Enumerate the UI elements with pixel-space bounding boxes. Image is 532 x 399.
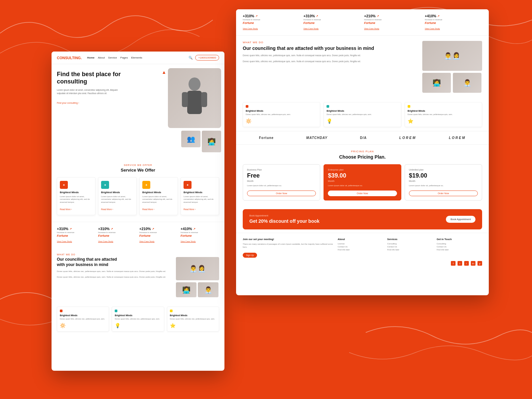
services-section: SERVICE WE OFFER Service We Offer ✦ Brig… (52, 157, 224, 222)
social-twitter[interactable]: t (458, 261, 462, 266)
pricing-price-1: Free (247, 172, 316, 179)
nav-home[interactable]: Home (87, 56, 94, 59)
footer-link-contact-1[interactable]: Consulting (437, 243, 482, 245)
service-icon-1: ✦ (60, 181, 68, 189)
service-card-1: ✦ Brightest Minds Lorem ipsum dolor sit … (57, 177, 95, 215)
nav-about[interactable]: About (98, 56, 105, 59)
nav-logo: CONSULTING. (57, 56, 82, 60)
right-mini-card-desc-3: Donec quam felis, ultricies nec, pellent… (408, 113, 479, 116)
footer-link-services-3[interactable]: Find info later (387, 249, 433, 251)
r-stat-value-3: +210%↗ (364, 14, 422, 18)
social-instagram[interactable]: i (464, 261, 469, 266)
pricing-period-1: Month (247, 180, 316, 182)
footer-col-2-links: License Contact Us Find info later (338, 243, 383, 251)
r-stat-item-3: +210%↗ Increase in revenue Fortune View … (364, 14, 422, 31)
wwd-label: What We Do (57, 253, 219, 256)
service-link-2[interactable]: Read More › (101, 208, 113, 210)
right-wwd-title: Our counciling that are attacted with yo… (243, 45, 417, 51)
stat-value-2: +310%↗ (98, 227, 137, 231)
r-stat-link-3[interactable]: View Case Study (364, 28, 379, 30)
r-stat-link-2[interactable]: View Case Study (304, 28, 319, 30)
svg-rect-3 (201, 92, 207, 107)
search-icon[interactable]: 🔍 (189, 56, 193, 60)
nav-actions: 🔍 +18001009800 (189, 55, 219, 61)
social-facebook[interactable]: f (451, 261, 456, 266)
footer-col-2: About License Contact Us Find info later (338, 238, 383, 258)
pricing-order-btn-1[interactable]: Order Now (247, 191, 316, 196)
footer-link-services-2[interactable]: Contact Us (387, 246, 433, 248)
right-mini-card-icon-2: 💡 (327, 118, 332, 124)
stat-link-4[interactable]: View Case Study (181, 240, 196, 242)
hero-cta-link[interactable]: Find your consulting › (57, 102, 79, 104)
pricing-price-2: $39.00 (328, 172, 397, 179)
service-icon-3: ✦ (142, 181, 150, 189)
services-title: Service We Offer (57, 168, 219, 173)
stat-link-1[interactable]: View Case Study (57, 240, 72, 242)
brand-matchday: MATCHDAY (306, 136, 328, 140)
r-stat-label-4: Increase in revenue (425, 19, 482, 21)
hero-small-images: 👥 👩‍💻 (181, 131, 221, 152)
social-youtube[interactable]: y (477, 261, 482, 266)
hero-text-block: Find the best place for consulting Lorem… (57, 71, 123, 105)
stat-item-3: +210%↗ Increase in revenue Fortune View … (139, 227, 178, 243)
mini-card-title-3: Brightest Minds (170, 314, 216, 317)
r-stat-label-1: Increase in revenue (243, 19, 300, 21)
service-link-4[interactable]: Read More › (184, 208, 196, 210)
footer-link-about-1[interactable]: License (338, 243, 383, 245)
hero-title: Find the best place for consulting (57, 71, 123, 85)
right-mini-card-title-3: Brightest Minds (408, 110, 479, 112)
service-desc-2: Lorem ipsum dolor sit amet, consectetur … (101, 195, 134, 203)
mini-card-icon-3: ⭐ (170, 323, 176, 328)
phone-button[interactable]: +18001009800 (195, 55, 219, 61)
right-wwd-section: What We Do Our counciling that are attac… (236, 36, 489, 98)
wwd-content: Our counciling that are attacted with yo… (57, 257, 219, 297)
wwd-image-big: 👨‍💼👩‍💼 (176, 257, 219, 280)
r-stat-brand-1: Fortune (243, 21, 300, 25)
pricing-plan-name-1: Business Plan (247, 169, 316, 171)
stat-link-2[interactable]: View Case Study (98, 240, 113, 242)
stat-value-3: +210%↗ (139, 227, 178, 231)
pricing-period-2: Month (328, 180, 397, 182)
service-link-1[interactable]: Read More › (60, 208, 72, 210)
cta-button[interactable]: Book Appointment (446, 216, 475, 223)
stat-link-3[interactable]: View Case Study (139, 240, 155, 242)
pricing-order-btn-3[interactable]: Order Now (409, 191, 478, 196)
footer-link-contact-3[interactable]: Find info later (437, 249, 482, 251)
brands-row: Fortune MATCHDAY D/A LOREM LOREM (236, 131, 489, 145)
footer-col-4-links: Consulting Contact Us Find info later (437, 243, 482, 251)
stat-item-1: +310%↗ Increase in revenue Fortune View … (57, 227, 95, 243)
navbar: CONSULTING. Home About Service Pages Ele… (52, 52, 224, 64)
service-icon-2: ✦ (101, 181, 109, 189)
nav-service[interactable]: Service (108, 56, 117, 59)
r-stat-link-4[interactable]: View Case Study (425, 28, 440, 30)
footer-link-contact-2[interactable]: Contact Us (437, 246, 482, 248)
nav-pages[interactable]: Pages (120, 56, 128, 59)
mini-card-dot-3 (170, 310, 173, 312)
stat-value-4: +410%↗ (181, 227, 219, 231)
social-linkedin[interactable]: in (471, 261, 475, 266)
cta-label: Book Appointment (249, 214, 320, 217)
pricing-order-btn-2[interactable]: Order Now (328, 191, 397, 196)
footer-signup-button[interactable]: Sign Up (243, 253, 257, 258)
footer-bottom: f t i in y (243, 261, 482, 266)
stat-arrow-3: ↗ (152, 227, 154, 230)
stats-section: +310%↗ Increase in revenue Fortune View … (52, 222, 224, 248)
nav-elements[interactable]: Elements (131, 56, 142, 59)
footer-link-about-3[interactable]: Find info later (338, 249, 383, 251)
svg-rect-1 (187, 91, 202, 114)
svg-point-0 (189, 77, 200, 91)
right-mini-card-dot-1 (246, 105, 248, 108)
nav-links: Home About Service Pages Elements (87, 56, 189, 59)
mini-card-desc-3: Donec quam felis, ultricies nec, pellent… (170, 318, 216, 321)
r-stat-label-2: Increase in revenue (304, 19, 361, 21)
footer-link-about-2[interactable]: Contact Us (338, 246, 383, 248)
service-link-3[interactable]: Read More › (142, 208, 154, 210)
r-stat-link-1[interactable]: View Case Study (243, 28, 258, 30)
footer-link-services-1[interactable]: Consulting (387, 243, 433, 245)
wwd-images-small-row: 👩‍💻 👨‍💼 (176, 282, 219, 297)
r-stat-item-1: +310%↗ Increase in revenue Fortune View … (243, 14, 300, 31)
svg-rect-2 (182, 92, 188, 107)
right-mini-card-icon-1: 🔆 (246, 118, 251, 124)
right-mini-card-2: Brightest Minds Donec quam felis, ultric… (324, 102, 401, 127)
footer-col-3-links: Consulting Contact Us Find info later (387, 243, 433, 251)
